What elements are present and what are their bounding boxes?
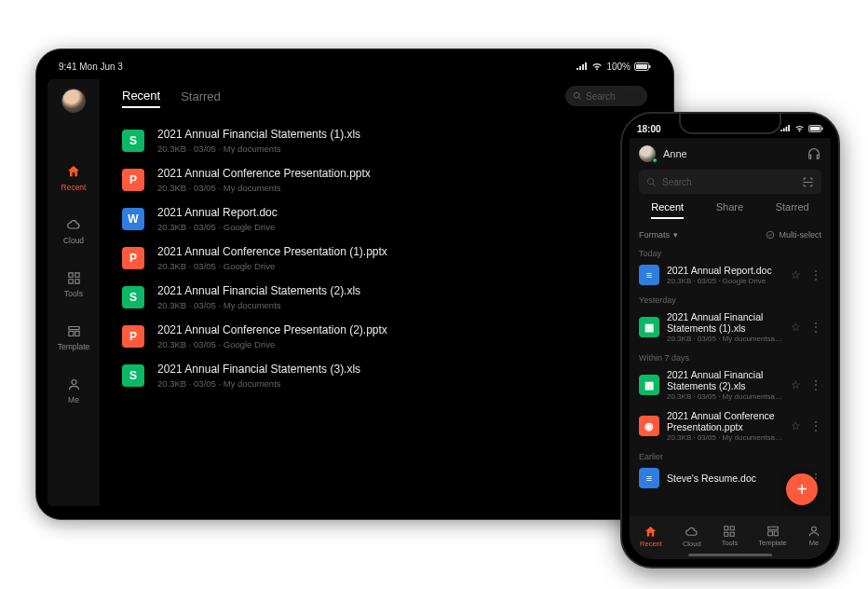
file-text: 2021 Annual Report.doc 20.3KB · 03/05 · … <box>157 206 622 232</box>
file-row[interactable]: P 2021 Annual Conference Presentation (1… <box>122 239 647 278</box>
row-actions: ☆ ⋮ <box>791 378 821 391</box>
filetype-icon: ≡ <box>639 265 659 285</box>
check-circle-icon <box>766 230 775 240</box>
scan-icon[interactable] <box>802 176 814 188</box>
file-row[interactable]: P 2021 Annual Conference Presentation (2… <box>122 317 647 356</box>
signal-icon <box>576 62 588 71</box>
file-meta: 20.3KB · 03/05 · My documentsabcdefgh... <box>667 433 783 442</box>
file-name: 2021 Annual Financial Statements (1).xls <box>157 128 622 142</box>
cloud-icon <box>65 216 82 233</box>
file-name: 2021 Annual Conference Presentation (1).… <box>157 245 622 259</box>
filetype-icon: W <box>122 208 144 230</box>
file-name: 2021 Annual Conference Presentation.pptx <box>667 410 783 432</box>
search-placeholder: Search <box>586 91 616 102</box>
file-meta: 20.3KB · 03/05 · Google Drive <box>157 261 622 271</box>
chevron-down-icon: ▾ <box>673 230 678 240</box>
search-placeholder: Search <box>662 177 692 187</box>
nav-label: Cloud <box>683 540 701 548</box>
sidebar-item-cloud[interactable]: Cloud <box>63 216 84 245</box>
tablet-statusbar: 9:41 Mon Jun 3 100% <box>36 59 673 74</box>
nav-recent[interactable]: Recent <box>640 525 662 548</box>
svg-line-9 <box>653 183 656 185</box>
more-icon[interactable]: ⋮ <box>810 321 821 334</box>
more-icon[interactable]: ⋮ <box>810 378 821 391</box>
file-row[interactable]: W 2021 Annual Report.doc 20.3KB · 03/05 … <box>122 199 647 239</box>
star-icon[interactable]: ☆ <box>791 321 801 334</box>
tab-recent[interactable]: Recent <box>651 201 684 219</box>
file-row[interactable]: ◉ 2021 Annual Conference Presentation.pp… <box>630 405 831 446</box>
search-input[interactable]: Search <box>639 170 821 194</box>
phone-notch <box>679 114 781 134</box>
more-icon[interactable]: ⋮ <box>810 419 821 432</box>
sidebar-item-recent[interactable]: Recent <box>61 163 87 192</box>
svg-rect-7 <box>821 128 822 130</box>
file-text: 2021 Annual Report.doc 20.3KB · 03/05 · … <box>667 265 783 285</box>
phone-time: 18:00 <box>637 124 661 134</box>
phone-bottom-nav: Recent Cloud Tools Template Me <box>630 516 831 559</box>
home-icon <box>65 163 82 180</box>
phone-tabs: Recent Share Starred <box>630 201 831 225</box>
file-name: 2021 Annual Conference Presentation (2).… <box>157 323 622 337</box>
tab-share[interactable]: Share <box>716 201 743 219</box>
star-icon[interactable]: ☆ <box>791 378 801 391</box>
search-input[interactable]: Search <box>565 86 647 106</box>
multiselect-button[interactable]: Multi-select <box>766 230 821 240</box>
filetype-icon: P <box>122 169 144 191</box>
file-name: 2021 Annual Financial Statements (2).xls <box>157 284 622 298</box>
filetype-icon: P <box>122 247 144 269</box>
file-text: 2021 Annual Financial Statements (2).xls… <box>157 284 622 310</box>
headphones-icon[interactable] <box>807 146 821 161</box>
tablet-status-icons: 100% <box>576 62 651 72</box>
file-text: 2021 Annual Conference Presentation (1).… <box>157 245 622 271</box>
nav-cloud[interactable]: Cloud <box>683 525 701 548</box>
add-button[interactable]: + <box>786 473 818 505</box>
sidebar-label: Cloud <box>63 236 84 245</box>
file-meta: 20.3KB · 03/05 · My documentsabcdefgh... <box>667 392 783 401</box>
tab-starred[interactable]: Starred <box>776 201 809 219</box>
file-text: 2021 Annual Conference Presentation.pptx… <box>667 410 783 442</box>
phone-status-icons <box>780 125 823 132</box>
search-icon <box>646 177 657 187</box>
filetype-icon: ◉ <box>639 416 659 436</box>
file-name: 2021 Annual Financial Statements (3).xls <box>157 363 622 377</box>
file-meta: 20.3KB · 03/05 · Google Drive <box>157 222 622 232</box>
cloud-icon <box>685 525 698 539</box>
nav-label: Tools <box>722 539 739 547</box>
grid-icon <box>723 525 736 538</box>
nav-template[interactable]: Template <box>758 525 786 547</box>
filetype-icon: S <box>122 286 144 308</box>
file-text: 2021 Annual Financial Statements (3).xls… <box>157 363 622 389</box>
formats-dropdown[interactable]: Formats ▾ <box>639 230 678 240</box>
home-indicator <box>688 554 772 556</box>
nav-tools[interactable]: Tools <box>722 525 739 547</box>
file-meta: 20.3KB · 03/05 · My documents <box>157 183 622 193</box>
battery-text: 100% <box>606 62 631 72</box>
star-icon[interactable]: ☆ <box>791 419 801 432</box>
star-icon[interactable]: ☆ <box>791 268 801 281</box>
sidebar-item-me[interactable]: Me <box>65 376 82 404</box>
person-icon <box>65 376 82 392</box>
file-name: 2021 Annual Report.doc <box>157 206 622 220</box>
file-meta: 20.3KB · 03/05 · My documents <box>157 144 622 154</box>
filetype-icon: S <box>122 364 144 387</box>
file-row[interactable]: ▦ 2021 Annual Financial Statements (2).x… <box>630 364 831 405</box>
file-row[interactable]: ▦ 2021 Annual Financial Statements (1).x… <box>630 307 831 348</box>
nav-me[interactable]: Me <box>807 525 821 547</box>
sidebar-item-template[interactable]: Template <box>58 322 90 351</box>
avatar[interactable] <box>61 89 86 113</box>
section-header: Earlier <box>630 446 831 463</box>
avatar[interactable] <box>639 145 656 162</box>
filetype-icon: S <box>122 130 144 152</box>
file-row[interactable]: S 2021 Annual Financial Statements (1).x… <box>122 121 647 160</box>
filetype-icon: ▦ <box>639 375 659 395</box>
sidebar-label: Recent <box>61 183 87 192</box>
file-row[interactable]: ≡ 2021 Annual Report.doc 20.3KB · 03/05 … <box>630 260 831 290</box>
file-row[interactable]: P 2021 Annual Conference Presentation.pp… <box>122 160 647 199</box>
file-row[interactable]: S 2021 Annual Financial Statements (3).x… <box>122 356 647 395</box>
file-row[interactable]: S 2021 Annual Financial Statements (2).x… <box>122 278 647 317</box>
tab-recent[interactable]: Recent <box>122 89 160 108</box>
more-icon[interactable]: ⋮ <box>810 268 821 281</box>
tab-starred[interactable]: Starred <box>181 89 221 107</box>
sidebar-item-tools[interactable]: Tools <box>64 269 83 298</box>
file-meta: 20.3KB · 03/05 · My documents <box>157 378 622 389</box>
